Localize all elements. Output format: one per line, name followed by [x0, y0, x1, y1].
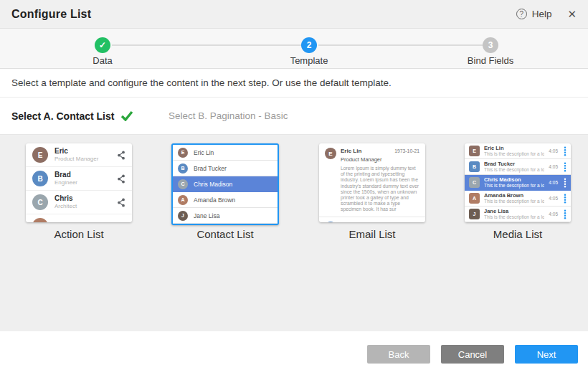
person-role: Product Manager — [341, 156, 419, 163]
person-role: Engineer — [54, 179, 110, 186]
avatar: A — [178, 195, 188, 205]
person-name: Jane Lisa — [484, 208, 544, 214]
media-duration: 4:05 — [549, 148, 558, 153]
kebab-menu-icon — [564, 194, 566, 204]
list-item: A Amanda — [26, 214, 132, 222]
step-data-circle[interactable]: ✓ — [95, 37, 110, 53]
media-description: This is the description for a long text — [484, 214, 544, 220]
instruction-text: Select a template and configure the cont… — [0, 69, 588, 98]
list-item: E Eric Lin 1973-10-21 Product Manager Lo… — [319, 143, 425, 217]
page-title: Configure List — [11, 8, 91, 21]
list-item: C Chris Architect — [26, 191, 132, 214]
list-item-selected: C Chris Madison — [173, 176, 278, 192]
kebab-menu-icon — [564, 146, 566, 156]
next-button[interactable]: Next — [515, 345, 578, 364]
avatar: A — [32, 218, 48, 222]
step-template-label: Template — [290, 55, 328, 66]
person-name: Eric Lin — [484, 145, 544, 151]
template-label: Email List — [319, 228, 425, 240]
person-name: Eric — [54, 147, 110, 156]
person-name: Eric Lin — [194, 149, 214, 156]
select-a-contact-list[interactable]: Select A. Contact List — [11, 110, 133, 122]
cancel-button[interactable]: Cancel — [441, 345, 504, 364]
help-label: Help — [532, 9, 552, 19]
step-template-circle[interactable]: 2 — [301, 37, 317, 53]
avatar: B — [469, 161, 480, 172]
list-item: E Eric Lin — [173, 145, 278, 161]
list-item: A Amanda Brown — [173, 192, 278, 208]
template-label: Action List — [26, 228, 132, 240]
media-description: This is the description for a long text — [484, 183, 544, 189]
list-item: B Brad Tucker This is the description fo… — [465, 159, 571, 175]
person-name: Amanda Brown — [484, 192, 544, 199]
person-role: Architect — [54, 203, 110, 210]
configure-list-dialog: Configure List ? Help ✕ ✓ 2 3 Data Templ… — [0, 0, 588, 375]
select-b-pagination[interactable]: Select B. Pagination - Basic — [169, 110, 288, 121]
media-duration: 4:05 — [549, 164, 558, 169]
avatar: E — [325, 148, 336, 159]
media-duration: 4:05 — [549, 180, 558, 185]
avatar: E — [178, 148, 188, 158]
template-card-email-list[interactable]: E Eric Lin 1973-10-21 Product Manager Lo… — [319, 143, 425, 240]
media-duration: 4:05 — [549, 196, 558, 201]
step-bind-fields-circle[interactable]: 3 — [483, 37, 498, 53]
list-item: J Jane Lisa This is the description for … — [465, 207, 571, 222]
template-card-action-list[interactable]: E Eric Product Manager B Brad Engineer — [26, 143, 132, 240]
kebab-menu-icon — [564, 162, 566, 172]
person-name: Eric Lin — [341, 148, 361, 154]
list-item: B Brad Engineer — [26, 167, 132, 191]
avatar: C — [32, 194, 48, 210]
title-bar: Configure List ? Help ✕ — [0, 0, 588, 29]
help-icon: ? — [516, 9, 527, 19]
list-item: E Eric Lin This is the description for a… — [465, 143, 571, 159]
select-a-label: Select A. Contact List — [11, 110, 114, 122]
action-list-preview: E Eric Product Manager B Brad Engineer — [26, 143, 132, 222]
stepper-connector — [318, 44, 483, 46]
help-button[interactable]: ? Help — [516, 9, 552, 19]
list-item: J Jane Lisa — [173, 208, 278, 224]
avatar: J — [469, 209, 480, 219]
kebab-menu-icon — [564, 178, 566, 188]
selection-summary-row: Select A. Contact List Select B. Paginat… — [0, 98, 588, 135]
list-item: B Brad Tucker — [173, 161, 278, 176]
template-card-media-list[interactable]: E Eric Lin This is the description for a… — [465, 143, 571, 240]
wizard-stepper: ✓ 2 3 Data Template Bind Fields — [0, 29, 588, 69]
avatar: E — [469, 146, 480, 156]
person-name: Amanda — [54, 222, 125, 222]
step-bind-fields-label: Bind Fields — [468, 55, 513, 66]
template-label: Media List — [465, 228, 571, 240]
person-name: Brad — [54, 171, 110, 179]
person-name: Brad Tucker — [484, 161, 544, 167]
avatar: J — [178, 211, 188, 221]
list-item: E Eric Product Manager — [26, 143, 132, 167]
contact-list-preview: E Eric Lin B Brad Tucker C Chris Madison… — [171, 143, 279, 225]
template-card-contact-list[interactable]: E Eric Lin B Brad Tucker C Chris Madison… — [171, 143, 279, 240]
template-label: Contact List — [171, 228, 279, 240]
person-name: Chris — [54, 194, 110, 203]
avatar: E — [32, 147, 48, 163]
close-icon[interactable]: ✕ — [567, 8, 577, 21]
back-button[interactable]: Back — [367, 345, 430, 364]
list-item-selected: C Chris Madison This is the description … — [465, 175, 571, 191]
stepper-connector — [112, 44, 301, 46]
kebab-menu-icon — [564, 209, 566, 219]
share-icon — [117, 150, 125, 161]
avatar: C — [178, 179, 188, 189]
footer-buttons: Back Cancel Next — [367, 345, 578, 364]
email-body: Lorem Ipsum is simply dummy text of the … — [341, 166, 419, 213]
list-item: B Brad Tucker 1991-03-19 Engineer Lorem … — [319, 217, 425, 222]
avatar: B — [325, 222, 336, 222]
person-name: Chris Madison — [484, 176, 544, 183]
person-role: Product Manager — [54, 156, 110, 163]
person-name: Amanda Brown — [194, 196, 235, 204]
dialog-footer: Back Cancel Next — [0, 331, 588, 375]
share-icon — [117, 197, 125, 208]
person-name: Brad Tucker — [194, 165, 227, 172]
email-list-preview: E Eric Lin 1973-10-21 Product Manager Lo… — [319, 143, 425, 222]
avatar: B — [32, 171, 48, 186]
person-name: Brad Tucker — [341, 222, 374, 222]
step-data-label: Data — [93, 55, 112, 66]
media-duration: 4:05 — [549, 212, 558, 217]
avatar: C — [469, 177, 480, 188]
media-description: This is the description for a long text — [484, 151, 544, 157]
